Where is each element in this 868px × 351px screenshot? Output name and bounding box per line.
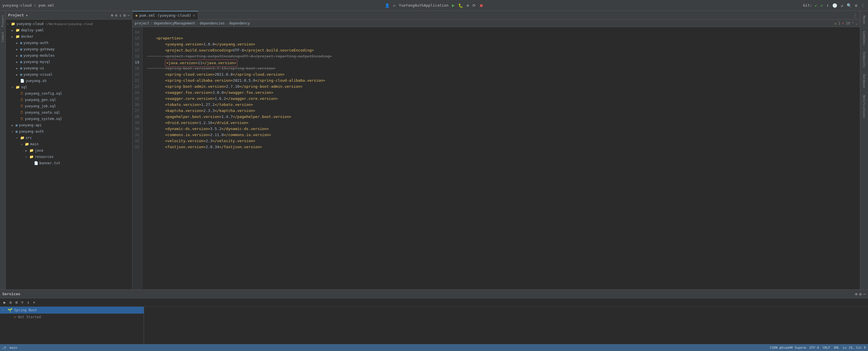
tree-item-src[interactable]: ▾ 📁 src bbox=[6, 135, 132, 141]
tree-item-system-sql[interactable]: ▶ 🗒 yueyang_system.sql bbox=[6, 116, 132, 122]
filter-service-btn[interactable]: ▽ bbox=[20, 300, 25, 305]
service-not-started[interactable]: ▶ ✂ Not Started bbox=[0, 314, 144, 320]
stop-service-btn[interactable]: ⚙ bbox=[8, 300, 13, 305]
stop-icon[interactable]: ⏹ bbox=[478, 3, 484, 8]
git-check-icon[interactable]: ✔ bbox=[814, 3, 818, 8]
title-bar-right: Git: ✔ ✔ ⬆ 🕐 ↺ 🔍 ⚙ ⋮ bbox=[484, 3, 866, 8]
tree-item-yueyang-visual[interactable]: ▶ ▣ yueyang-visual bbox=[6, 71, 132, 78]
run-service-btn[interactable]: ▶ bbox=[2, 300, 7, 305]
tree-item-yueyang-auth-module[interactable]: ▾ ▣ yueyang-auth bbox=[6, 128, 132, 135]
debug-icon[interactable]: 🐛 bbox=[457, 3, 464, 8]
line-num-30: 30 bbox=[132, 126, 142, 132]
tree-item-yueyang-sh[interactable]: ▶ 📄 yueyang.sh bbox=[6, 78, 132, 84]
tree-item-job-sql[interactable]: ▶ 🗒 yueyang_job.sql bbox=[6, 103, 132, 109]
tree-item-yueyang-api[interactable]: ▶ ▣ yueyang-api bbox=[6, 122, 132, 128]
tab-menu-button[interactable]: ⋮ bbox=[850, 12, 860, 18]
tree-arrow: ▶ bbox=[16, 73, 20, 76]
folder-icon: 📁 bbox=[16, 28, 20, 32]
coverage-icon[interactable]: ⊕ bbox=[466, 3, 470, 8]
profile-run-icon[interactable]: ⟳ bbox=[471, 3, 476, 8]
run-icon[interactable]: ▶ bbox=[451, 2, 456, 9]
services-close-icon[interactable]: − bbox=[863, 292, 866, 296]
service-spring-boot[interactable]: ▾ 🌱 Spring Boot bbox=[0, 307, 144, 314]
project-panel: Project ▾ ⊕ ≡ ⇕ ⚙ − ▾ 📁 yueyang-cloud ~/… bbox=[6, 11, 132, 289]
window-more-icon[interactable]: ⋮ bbox=[860, 3, 866, 8]
right-tab-maven[interactable]: Maven bbox=[862, 13, 866, 27]
git-label: Git: bbox=[803, 3, 812, 7]
tree-arrow: ▶ bbox=[11, 29, 16, 32]
tree-item-config-sql[interactable]: ▶ 🗒 yueyang_config.sql bbox=[6, 90, 132, 97]
status-lang: XML bbox=[834, 346, 839, 350]
status-right: CSDN @XiaoHH Superm UTF-8 CRLF XML Ln 19… bbox=[770, 346, 866, 350]
sidebar-item-project[interactable]: Project bbox=[1, 13, 5, 29]
right-tab-endpoints[interactable]: Endpoints bbox=[862, 49, 866, 70]
add-folder-icon[interactable]: ⊕ bbox=[111, 13, 113, 17]
tree-item-yueyang-ui[interactable]: ▶ ▣ yueyang-ui bbox=[6, 65, 132, 71]
expand-icon[interactable]: ⌄ bbox=[856, 21, 858, 25]
tree-item-docker[interactable]: ▶ 📁 docker bbox=[6, 33, 132, 40]
line-num-21: 21 bbox=[132, 72, 142, 78]
back-icon[interactable]: ↩ bbox=[392, 3, 396, 8]
tree-item-seata-sql[interactable]: ▶ 🗒 yueyang_seata.sql bbox=[6, 109, 132, 116]
git-push-icon[interactable]: ⬆ bbox=[826, 3, 830, 8]
tree-item-sql[interactable]: ▾ 📁 sql bbox=[6, 84, 132, 90]
expand-service-btn[interactable]: ⊞ bbox=[14, 300, 19, 305]
title-bar-left: yueyang-cloud m pom.xml bbox=[2, 3, 384, 7]
tree-item-yueyang-gateway[interactable]: ▶ ▣ yueyang-gateway bbox=[6, 46, 132, 52]
search-toolbar-icon[interactable]: 🔍 bbox=[846, 3, 852, 8]
collapse-all-icon[interactable]: ≡ bbox=[115, 13, 117, 17]
tree-arrow: ▶ bbox=[11, 124, 16, 127]
collapse-icon[interactable]: ⌃ bbox=[852, 21, 854, 25]
tree-item-yueyang-auth[interactable]: ▶ ▣ yueyang-auth bbox=[6, 40, 132, 46]
tree-label: yueyang_seata.sql bbox=[25, 110, 60, 114]
breadcrumb: project › dependencyManagement › depende… bbox=[135, 21, 250, 25]
add-service-icon[interactable]: ⊕ bbox=[855, 292, 857, 296]
settings-icon[interactable]: ⚙ bbox=[854, 3, 858, 8]
svc-label: Spring Boot bbox=[14, 308, 37, 312]
not-started-icon: ✂ bbox=[14, 315, 16, 319]
services-settings-icon[interactable]: ⚙ bbox=[859, 292, 861, 296]
warning-icon: ⚠ bbox=[834, 21, 836, 25]
git-revert-icon[interactable]: ↺ bbox=[840, 3, 844, 8]
error-count: 10 bbox=[846, 21, 850, 25]
run-config[interactable]: YueYangAuthApplication bbox=[398, 3, 449, 8]
line-num-31: 31 bbox=[132, 132, 142, 138]
right-tab-notifications[interactable]: Notifications bbox=[862, 93, 866, 120]
tab-pom-xml[interactable]: ◈ pom.xml (yueyang-cloud) ✕ bbox=[132, 11, 198, 20]
settings-gear-icon[interactable]: ⚙ bbox=[123, 13, 126, 17]
tree-item-root[interactable]: ▾ 📁 yueyang-cloud ~/Workspace/yueyang-cl… bbox=[6, 21, 132, 27]
tree-arrow: ▶ bbox=[16, 48, 20, 51]
tree-path: ~/Workspace/yueyang-cloud bbox=[45, 22, 93, 26]
left-activity-bar: Project Commit bbox=[0, 11, 6, 289]
git-fetch-icon[interactable]: 🕐 bbox=[831, 3, 838, 8]
line-num-18: 18 bbox=[132, 54, 142, 60]
tree-label: yueyang-ui bbox=[23, 66, 44, 70]
expand-all-icon[interactable]: ⇕ bbox=[119, 13, 122, 17]
tree-item-banner-txt[interactable]: ▶ 📄 banner.txt bbox=[6, 160, 132, 166]
bottom-panel-header: Services ⊕ ⚙ − bbox=[0, 290, 868, 299]
tree-label: src bbox=[26, 136, 32, 140]
project-header-actions: ⊕ ≡ ⇕ ⚙ − bbox=[111, 13, 130, 17]
tree-item-yueyang-mysql[interactable]: ▶ ▣ yueyang-mysql bbox=[6, 59, 132, 65]
right-tab-codegeex[interactable]: CodeGeex bbox=[862, 29, 866, 47]
add-service-toolbar-btn[interactable]: + bbox=[32, 300, 36, 305]
main-layout: Project Commit Project ▾ ⊕ ≡ ⇕ ⚙ − ▾ 📁 y… bbox=[0, 11, 868, 289]
profile-icon[interactable]: 👤 bbox=[384, 3, 391, 8]
tree-item-main[interactable]: ▾ 📁 main bbox=[6, 141, 132, 147]
code-content[interactable]: <properties> <yueyang.version>1.0.0</yue… bbox=[143, 27, 860, 289]
tree-label: yueyang-auth bbox=[23, 41, 49, 45]
tree-label: java bbox=[35, 148, 43, 152]
right-tab-database[interactable]: Database bbox=[862, 72, 866, 90]
sidebar-item-commit[interactable]: Commit bbox=[1, 30, 5, 44]
tree-arrow: ▾ bbox=[7, 23, 11, 26]
scroll-service-btn[interactable]: ↕ bbox=[26, 300, 31, 305]
close-panel-icon[interactable]: − bbox=[128, 13, 130, 17]
tab-close-button[interactable]: ✕ bbox=[193, 13, 195, 17]
tree-item-java[interactable]: ▶ 📁 java bbox=[6, 147, 132, 154]
tree-item-gen-sql[interactable]: ▶ 🗒 yueyang_gen.sql bbox=[6, 97, 132, 103]
tree-item-yueyang-modules[interactable]: ▶ ▣ yueyang-modules bbox=[6, 52, 132, 59]
tree-item-deploy-yaml[interactable]: ▶ 📁 deploy-yaml bbox=[6, 27, 132, 33]
code-editor[interactable]: 14 15 16 17 18 19 20 21 22 23 24 25 26 2… bbox=[132, 27, 860, 289]
git-check2-icon[interactable]: ✔ bbox=[819, 3, 824, 8]
tree-item-resources[interactable]: ▾ 📁 resources bbox=[6, 154, 132, 160]
